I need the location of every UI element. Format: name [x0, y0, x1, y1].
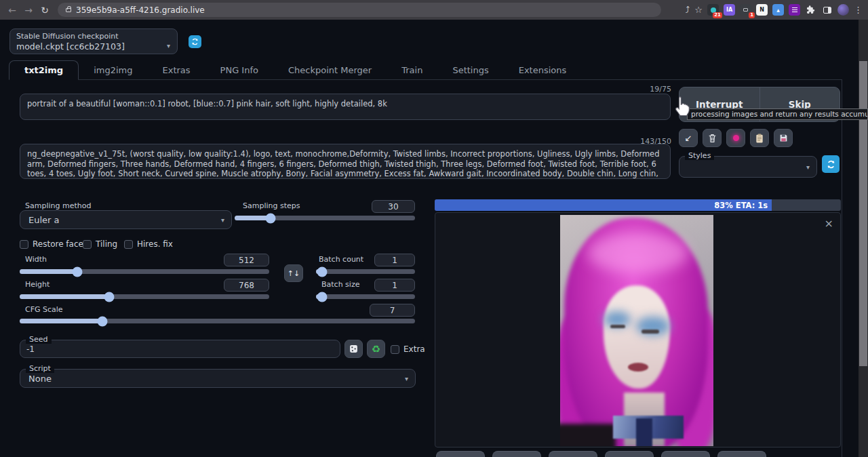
save-button[interactable]	[436, 451, 485, 457]
batch-count-input[interactable]: 1	[374, 254, 415, 266]
mouse-cursor	[673, 95, 692, 117]
tab-extensions[interactable]: Extensions	[504, 61, 582, 79]
styles-select[interactable]: Styles ▾	[679, 156, 817, 178]
app-window: ← → ↻ 359e5b9a-a5ff-4216.gradio.live ⤴ ☆…	[0, 0, 868, 457]
tab-settings[interactable]: Settings	[437, 61, 503, 79]
sampling-steps-input[interactable]: 30	[372, 200, 415, 213]
height-slider[interactable]	[20, 294, 269, 299]
progress-label: 83% ETA: 1s	[714, 201, 768, 210]
camera-extension-icon[interactable]: 1	[740, 4, 751, 16]
send-to-inpaint-button[interactable]	[605, 451, 654, 457]
tab-extras[interactable]: Extras	[148, 61, 205, 79]
preview-image[interactable]	[560, 215, 713, 446]
notion-extension-icon[interactable]: N	[756, 4, 768, 16]
styles-label: Styles	[685, 151, 714, 160]
onenote-extension-icon[interactable]	[789, 4, 800, 16]
progress-fill: 83% ETA: 1s	[435, 199, 772, 211]
batch-size-input[interactable]: 1	[374, 279, 415, 292]
reuse-seed-button[interactable]: ♻	[367, 340, 385, 358]
width-slider[interactable]	[20, 269, 269, 274]
sampling-method-select[interactable]: Euler a ▾	[20, 210, 232, 229]
tab-img2img[interactable]: img2img	[79, 61, 147, 79]
side-panel-icon[interactable]	[821, 4, 833, 16]
checkpoint-select[interactable]: Stable Diffusion checkpoint model.ckpt […	[9, 28, 178, 54]
tab-png-info[interactable]: PNG Info	[205, 61, 273, 79]
clear-prompt-button[interactable]	[703, 129, 722, 147]
sampling-steps-slider[interactable]	[235, 216, 415, 220]
send-to-extras-button[interactable]	[661, 451, 710, 457]
extra-action-button[interactable]	[717, 451, 766, 457]
hires-fix-checkbox[interactable]: Hires. fix	[124, 239, 173, 249]
url-text: 359e5b9a-a5ff-4216.gradio.live	[76, 5, 205, 15]
swap-dimensions-button[interactable]: ↑↓	[284, 264, 303, 282]
cfg-scale-slider[interactable]	[20, 319, 415, 323]
pin-extension-icon[interactable]: 21	[707, 4, 719, 16]
output-gallery: ×	[435, 212, 841, 448]
negative-prompt-textarea[interactable]: ng_deepnegative_v1_75t, (worst quality, …	[20, 144, 671, 179]
image-extension-icon[interactable]: ▲	[772, 4, 784, 16]
scrollbar-thumb[interactable]	[859, 61, 867, 366]
seed-input[interactable]: Seed -1	[20, 340, 340, 358]
prompt-textarea[interactable]: portrait of a beautiful [woman::0.1] rob…	[20, 94, 671, 120]
script-select[interactable]: Script None ▾	[20, 369, 416, 388]
tab-txt2img[interactable]: txt2img	[9, 60, 79, 80]
clipboard-icon	[755, 134, 764, 143]
cfg-scale-input[interactable]: 7	[370, 304, 415, 317]
tiling-checkbox[interactable]: Tiling	[83, 239, 117, 249]
script-label: Script	[26, 364, 54, 373]
checkbox-icon	[20, 240, 28, 249]
height-input[interactable]: 768	[224, 279, 269, 292]
checkbox-icon	[83, 240, 92, 249]
lock-icon	[66, 8, 71, 12]
trash-icon	[708, 134, 717, 143]
seed-label: Seed	[26, 335, 52, 344]
tab-checkpoint-merger[interactable]: Checkpoint Merger	[273, 61, 387, 79]
puzzle-extensions-icon[interactable]	[805, 4, 816, 16]
batch-count-slider[interactable]	[316, 269, 415, 274]
close-icon[interactable]: ×	[825, 218, 833, 229]
sampling-method-value: Euler a	[28, 215, 60, 225]
seed-value: -1	[26, 344, 35, 354]
browser-toolbar: ← → ↻ 359e5b9a-a5ff-4216.gradio.live ⤴ ☆…	[0, 0, 868, 20]
panel-fill	[828, 7, 831, 13]
forward-icon[interactable]: →	[20, 5, 37, 16]
tab-train[interactable]: Train	[387, 61, 437, 79]
sampling-method-label: Sampling method	[25, 201, 91, 210]
chevron-down-icon: ▾	[167, 42, 170, 49]
ia-extension-icon[interactable]: IA	[724, 4, 735, 16]
refresh-checkpoint-button[interactable]	[189, 35, 201, 48]
generation-progress-bar: 83% ETA: 1s	[435, 199, 841, 211]
checkpoint-value: model.ckpt [cc6cb27103]	[16, 41, 125, 52]
bookmark-star-icon[interactable]: ☆	[694, 5, 703, 15]
batch-size-slider[interactable]	[316, 294, 415, 299]
content-right-border	[842, 79, 842, 457]
checkpoint-label: Stable Diffusion checkpoint	[16, 32, 119, 41]
apply-style-button[interactable]	[750, 129, 769, 147]
height-label: Height	[25, 280, 50, 289]
back-icon[interactable]: ←	[4, 5, 20, 16]
floppy-save-icon	[779, 134, 788, 142]
batch-size-label: Batch size	[321, 280, 359, 289]
extra-seed-checkbox[interactable]: Extra	[391, 344, 425, 354]
refresh-styles-button[interactable]	[822, 155, 840, 173]
save-style-button[interactable]	[774, 129, 793, 147]
reload-icon[interactable]: ↻	[37, 5, 53, 16]
address-bar[interactable]: 359e5b9a-a5ff-4216.gradio.live	[58, 3, 661, 17]
checkbox-icon	[124, 240, 133, 249]
pin-badge: 21	[713, 12, 722, 18]
zip-button[interactable]	[492, 451, 541, 457]
width-input[interactable]: 512	[224, 254, 269, 266]
flower-card-icon	[733, 135, 739, 141]
profile-avatar[interactable]	[837, 4, 849, 16]
cfg-scale-label: CFG Scale	[25, 305, 63, 314]
share-icon[interactable]: ⤴	[686, 5, 690, 15]
restore-faces-checkbox[interactable]: Restore faces	[20, 239, 87, 249]
extra-label: Extra	[403, 344, 425, 354]
send-to-img2img-button[interactable]	[549, 451, 597, 457]
browser-menu-icon[interactable]: ⋮	[854, 5, 863, 15]
read-params-button[interactable]: ↙	[679, 129, 698, 147]
script-value: None	[28, 374, 52, 384]
style-card-button[interactable]	[726, 129, 745, 147]
chevron-down-icon: ▾	[806, 163, 810, 171]
random-seed-button[interactable]	[344, 340, 363, 358]
